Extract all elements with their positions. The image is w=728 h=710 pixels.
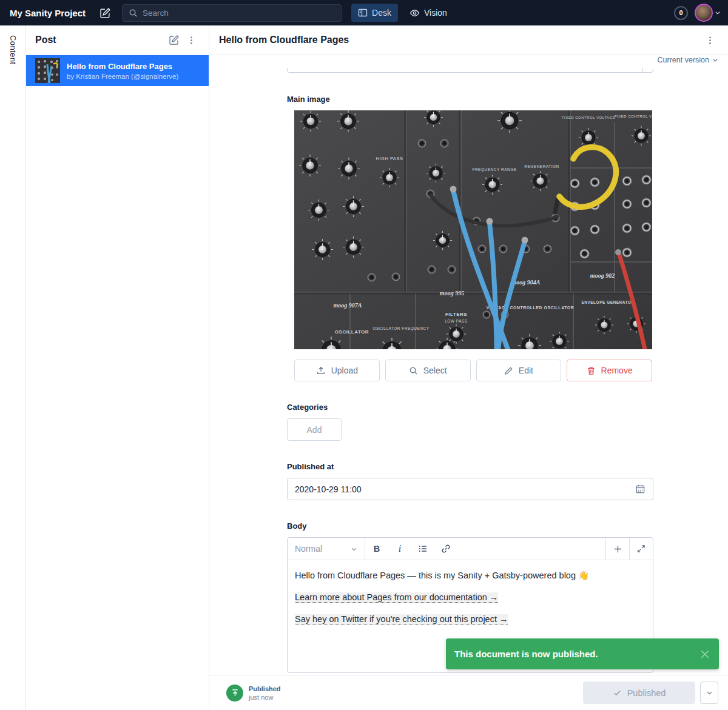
tab-vision-label: Vision bbox=[424, 8, 447, 18]
toast-message: This document is now published. bbox=[454, 649, 699, 659]
fullscreen-button[interactable] bbox=[629, 538, 653, 560]
publish-status: Published just now bbox=[226, 685, 281, 702]
footer-actions: Published bbox=[583, 682, 718, 704]
list-pane-title: Post bbox=[35, 35, 166, 45]
dots-vertical-icon bbox=[187, 36, 196, 45]
user-menu[interactable] bbox=[695, 4, 721, 22]
bullet-list-button[interactable] bbox=[411, 538, 434, 560]
eye-icon bbox=[410, 8, 420, 18]
new-document-button[interactable] bbox=[98, 5, 112, 20]
field-label-published-at: Published at bbox=[287, 462, 653, 472]
edit-label: Edit bbox=[519, 366, 533, 375]
search-input[interactable] bbox=[143, 8, 335, 18]
version-label: Current version bbox=[658, 56, 709, 64]
body-paragraph: Hello from Cloudflare Pages — this is my… bbox=[295, 569, 645, 582]
list-item-text: Hello from Cloudflare Pages by Kristian … bbox=[67, 62, 178, 80]
list-item-post[interactable]: Hello from Cloudflare Pages by Kristian … bbox=[26, 55, 209, 86]
upload-icon bbox=[316, 366, 326, 375]
image-actions: Upload Select Edit bbox=[294, 360, 652, 381]
select-button[interactable]: Select bbox=[385, 360, 471, 381]
toolbar-spacer bbox=[457, 538, 605, 560]
calendar-icon[interactable] bbox=[635, 484, 645, 494]
search-icon bbox=[129, 8, 138, 18]
version-selector[interactable]: Current version bbox=[658, 56, 718, 64]
edit-button[interactable]: Edit bbox=[476, 360, 562, 381]
published-at-input[interactable]: 2020-10-29 11:00 bbox=[287, 478, 653, 500]
check-icon bbox=[613, 688, 622, 697]
tab-desk-label: Desk bbox=[372, 8, 391, 18]
list-pane-header: Post bbox=[26, 25, 209, 55]
field-label-categories: Categories bbox=[287, 403, 653, 412]
tab-desk[interactable]: Desk bbox=[351, 4, 398, 22]
synthesizer-photo: HIGH PASS FREQUENCY RANGE REGENERATION F… bbox=[294, 110, 652, 349]
published-icon bbox=[226, 685, 243, 702]
upload-button[interactable]: Upload bbox=[294, 360, 380, 381]
block-style-value: Normal bbox=[295, 544, 351, 554]
publish-status-time: just now bbox=[249, 694, 281, 701]
user-avatar bbox=[695, 4, 713, 22]
publish-toast: This document is now published. bbox=[446, 638, 719, 669]
editor-toolbar: Normal B i bbox=[288, 538, 653, 560]
dots-vertical-icon bbox=[706, 36, 715, 45]
link-button[interactable] bbox=[434, 538, 457, 560]
global-search[interactable] bbox=[122, 4, 342, 22]
upload-label: Upload bbox=[331, 366, 358, 375]
compose-icon bbox=[169, 35, 180, 45]
list-pane-menu-button[interactable] bbox=[183, 32, 200, 49]
close-icon[interactable] bbox=[699, 649, 710, 660]
chevron-down-icon bbox=[706, 689, 713, 696]
navbar-right: 0 bbox=[674, 4, 721, 22]
presence-count-badge[interactable]: 0 bbox=[674, 6, 688, 20]
body-link-twitter[interactable]: Say hey on Twitter if you're checking ou… bbox=[295, 614, 508, 625]
desk-icon bbox=[358, 8, 368, 18]
document-form: Main image bbox=[209, 68, 728, 675]
main-image-preview[interactable]: HIGH PASS FREQUENCY RANGE REGENERATION F… bbox=[294, 110, 652, 349]
pencil-icon bbox=[504, 366, 513, 375]
rail-tab-content[interactable]: Content bbox=[8, 35, 18, 710]
compose-icon bbox=[99, 7, 111, 19]
document-menu-button[interactable] bbox=[701, 32, 718, 49]
chevron-down-icon bbox=[712, 57, 718, 63]
body-editor-content[interactable]: Hello from Cloudflare Pages — this is my… bbox=[288, 560, 653, 644]
field-label-main-image: Main image bbox=[287, 95, 653, 104]
project-title: My Sanity Project bbox=[10, 8, 86, 18]
publish-status-text: Published just now bbox=[249, 685, 281, 701]
slug-field-remnant bbox=[287, 68, 653, 73]
select-label: Select bbox=[423, 366, 447, 375]
sidebar-rail: Content bbox=[0, 25, 26, 710]
chevron-down-icon bbox=[351, 546, 357, 552]
remove-label: Remove bbox=[601, 366, 633, 375]
publish-button[interactable]: Published bbox=[583, 682, 695, 704]
bold-button[interactable]: B bbox=[365, 538, 388, 560]
slug-generate-button[interactable] bbox=[642, 68, 653, 72]
remove-button[interactable]: Remove bbox=[567, 360, 652, 381]
top-navbar: My Sanity Project bbox=[0, 0, 728, 25]
trash-icon bbox=[587, 366, 596, 375]
document-list-pane: Post bbox=[26, 25, 209, 710]
plus-icon bbox=[613, 544, 622, 554]
italic-button[interactable]: i bbox=[388, 538, 411, 560]
add-category-button[interactable]: Add bbox=[287, 418, 342, 441]
document-title: Hello from Cloudflare Pages bbox=[219, 35, 701, 45]
block-style-select[interactable]: Normal bbox=[288, 538, 365, 560]
document-header: Hello from Cloudflare Pages bbox=[209, 25, 728, 55]
document-footer: Published just now Published bbox=[209, 675, 728, 710]
insert-block-button[interactable] bbox=[605, 538, 629, 560]
tab-vision[interactable]: Vision bbox=[403, 4, 454, 22]
published-at-value: 2020-10-29 11:00 bbox=[295, 484, 635, 494]
link-icon bbox=[441, 544, 451, 554]
list-item-subtitle: by Kristian Freeman (@signalnerve) bbox=[67, 73, 178, 80]
expand-icon bbox=[637, 544, 645, 553]
publish-button-label: Published bbox=[627, 688, 666, 698]
bullet-list-icon bbox=[418, 544, 428, 554]
field-label-body: Body bbox=[287, 521, 653, 531]
document-editor-pane: Hello from Cloudflare Pages Current vers… bbox=[209, 25, 728, 710]
slug-input[interactable] bbox=[288, 68, 642, 72]
search-icon bbox=[409, 366, 418, 375]
publish-menu-button[interactable] bbox=[700, 682, 718, 704]
sanity-studio-app: My Sanity Project bbox=[0, 0, 728, 710]
chevron-down-icon bbox=[715, 10, 721, 16]
body-link-documentation[interactable]: Learn more about Pages from our document… bbox=[295, 592, 498, 603]
create-new-button[interactable] bbox=[166, 32, 183, 49]
tool-tabs: Desk Vision bbox=[351, 4, 454, 22]
